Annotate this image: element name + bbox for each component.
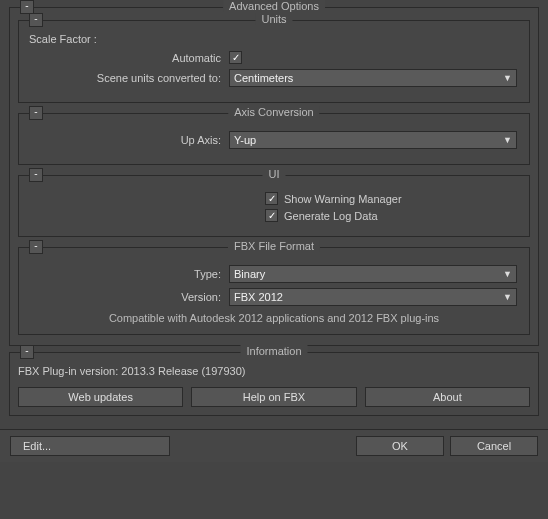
information-panel: - Information FBX Plug-in version: 2013.… bbox=[9, 352, 539, 416]
generate-log-label: Generate Log Data bbox=[284, 210, 378, 222]
automatic-checkbox[interactable] bbox=[229, 51, 242, 64]
automatic-label: Automatic bbox=[29, 52, 229, 64]
cancel-button[interactable]: Cancel bbox=[450, 436, 538, 456]
web-updates-button[interactable]: Web updates bbox=[18, 387, 183, 407]
units-title: Units bbox=[255, 13, 292, 25]
units-converted-label: Scene units converted to: bbox=[29, 72, 229, 84]
axis-conversion-panel: - Axis Conversion Up Axis: Y-up ▼ bbox=[18, 113, 530, 165]
up-axis-value: Y-up bbox=[234, 134, 256, 146]
up-axis-dropdown[interactable]: Y-up ▼ bbox=[229, 131, 517, 149]
advanced-options-title: Advanced Options bbox=[223, 0, 325, 12]
collapse-ui-button[interactable]: - bbox=[29, 168, 43, 182]
chevron-down-icon: ▼ bbox=[503, 292, 512, 302]
bottom-bar: Edit... OK Cancel bbox=[0, 429, 548, 462]
axis-title: Axis Conversion bbox=[228, 106, 319, 118]
collapse-fbx-button[interactable]: - bbox=[29, 240, 43, 254]
compatibility-text: Compatible with Autodesk 2012 applicatio… bbox=[29, 312, 519, 324]
version-label: Version: bbox=[29, 291, 229, 303]
edit-button[interactable]: Edit... bbox=[10, 436, 170, 456]
fbx-title: FBX File Format bbox=[228, 240, 320, 252]
chevron-down-icon: ▼ bbox=[503, 269, 512, 279]
collapse-axis-button[interactable]: - bbox=[29, 106, 43, 120]
type-dropdown[interactable]: Binary ▼ bbox=[229, 265, 517, 283]
warning-manager-checkbox[interactable] bbox=[265, 192, 278, 205]
ok-button[interactable]: OK bbox=[356, 436, 444, 456]
information-title: Information bbox=[240, 345, 307, 357]
version-value: FBX 2012 bbox=[234, 291, 283, 303]
units-converted-value: Centimeters bbox=[234, 72, 293, 84]
type-value: Binary bbox=[234, 268, 265, 280]
collapse-information-button[interactable]: - bbox=[20, 345, 34, 359]
ui-panel: - UI Show Warning Manager Generate Log D… bbox=[18, 175, 530, 237]
help-on-fbx-button[interactable]: Help on FBX bbox=[191, 387, 356, 407]
collapse-units-button[interactable]: - bbox=[29, 13, 43, 27]
type-label: Type: bbox=[29, 268, 229, 280]
units-panel: - Units Scale Factor : Automatic Scene u… bbox=[18, 20, 530, 103]
about-button[interactable]: About bbox=[365, 387, 530, 407]
units-converted-dropdown[interactable]: Centimeters ▼ bbox=[229, 69, 517, 87]
collapse-advanced-button[interactable]: - bbox=[20, 0, 34, 14]
up-axis-label: Up Axis: bbox=[29, 134, 229, 146]
chevron-down-icon: ▼ bbox=[503, 135, 512, 145]
advanced-options-panel: - Advanced Options - Units Scale Factor … bbox=[9, 7, 539, 346]
generate-log-checkbox[interactable] bbox=[265, 209, 278, 222]
version-dropdown[interactable]: FBX 2012 ▼ bbox=[229, 288, 517, 306]
chevron-down-icon: ▼ bbox=[503, 73, 512, 83]
scale-factor-label: Scale Factor : bbox=[29, 33, 519, 45]
fbx-format-panel: - FBX File Format Type: Binary ▼ Version… bbox=[18, 247, 530, 335]
ui-title: UI bbox=[263, 168, 286, 180]
warning-manager-label: Show Warning Manager bbox=[284, 193, 402, 205]
plugin-version-text: FBX Plug-in version: 2013.3 Release (197… bbox=[18, 365, 530, 377]
